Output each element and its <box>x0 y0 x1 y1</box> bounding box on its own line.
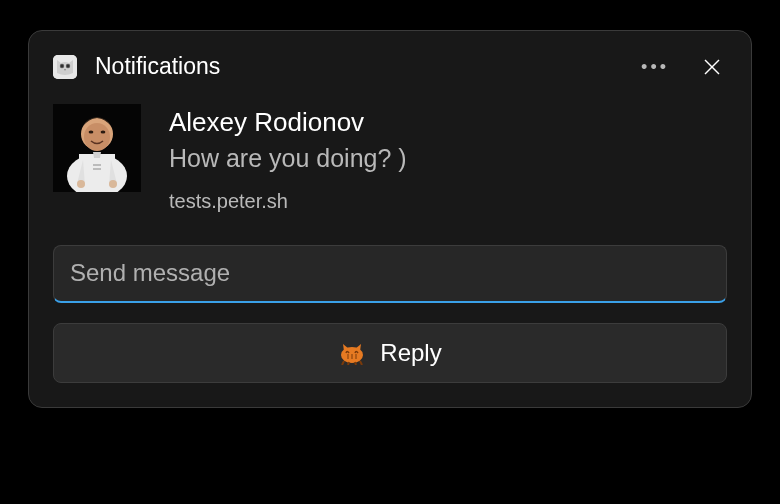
notification-title: Notifications <box>95 53 641 80</box>
svg-point-10 <box>77 180 85 188</box>
svg-point-4 <box>67 65 69 67</box>
svg-rect-17 <box>93 168 101 170</box>
reply-button[interactable]: Reply <box>53 323 727 383</box>
avatar <box>53 104 141 192</box>
orange-cat-icon <box>338 341 366 365</box>
svg-point-3 <box>61 65 63 67</box>
sender-name: Alexey Rodionov <box>169 106 407 139</box>
notification-toast: Notifications ••• <box>28 30 752 408</box>
notification-text: Alexey Rodionov How are you doing? ) tes… <box>169 104 407 213</box>
message-body: How are you doing? ) <box>169 141 407 176</box>
notification-header: Notifications ••• <box>53 51 727 102</box>
input-row <box>53 245 727 303</box>
svg-rect-20 <box>351 354 353 359</box>
header-actions: ••• <box>641 58 721 76</box>
more-icon[interactable]: ••• <box>641 58 669 76</box>
reply-button-label: Reply <box>380 339 441 367</box>
source-link: tests.peter.sh <box>169 190 407 213</box>
svg-point-14 <box>89 130 94 133</box>
owl-icon <box>53 55 77 79</box>
svg-point-13 <box>84 123 110 151</box>
button-row: Reply <box>53 323 727 383</box>
close-icon[interactable] <box>703 58 721 76</box>
svg-rect-16 <box>93 164 101 166</box>
svg-rect-19 <box>347 354 349 359</box>
notification-content: Alexey Rodionov How are you doing? ) tes… <box>53 102 727 231</box>
message-input[interactable] <box>53 245 727 303</box>
svg-point-11 <box>109 180 117 188</box>
svg-rect-21 <box>355 354 357 359</box>
svg-point-15 <box>101 130 106 133</box>
